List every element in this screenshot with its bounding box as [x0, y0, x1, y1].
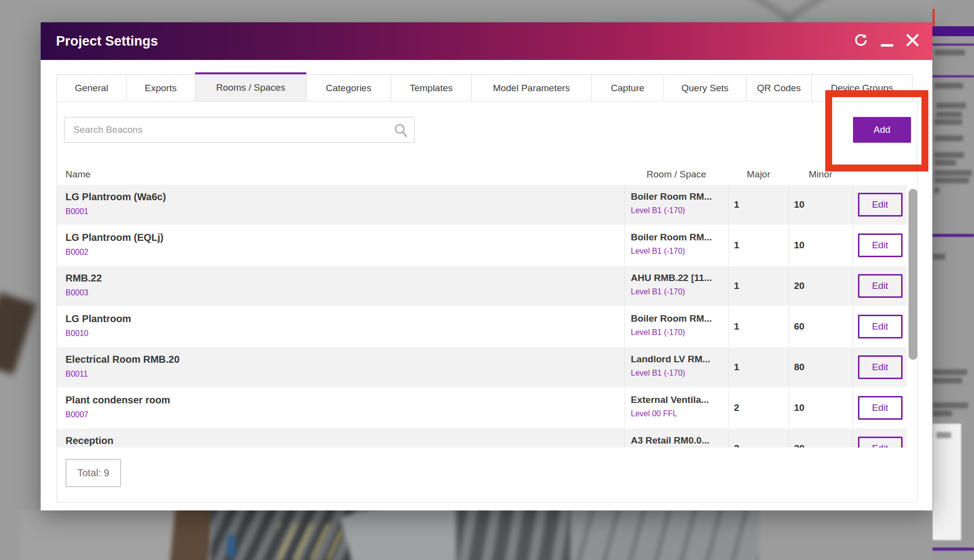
room-space-name: External Ventila... — [631, 394, 729, 405]
edit-button[interactable]: Edit — [858, 193, 903, 217]
room-space-name: Boiler Room RM... — [631, 232, 729, 243]
close-icon — [906, 33, 919, 49]
table-scrollbar — [908, 186, 918, 447]
room-space-name: Landlord LV RM... — [631, 354, 729, 365]
room-level: Level B1 (-170) — [631, 328, 729, 337]
beacon-name: Reception — [65, 435, 624, 447]
beacon-minor: 80 — [789, 347, 852, 387]
tab-exports[interactable]: Exports — [126, 74, 195, 101]
beacon-code: B0002 — [65, 248, 624, 257]
rooms-spaces-panel: Add Name Room / Space Major Minor LG Pla… — [57, 101, 917, 503]
background-blur-shape — [0, 292, 36, 375]
refresh-button[interactable] — [853, 34, 868, 49]
room-level: Level B1 (-170) — [631, 247, 729, 256]
edit-button[interactable]: Edit — [858, 233, 903, 257]
minimize-icon — [881, 44, 893, 47]
beacon-code: B0010 — [65, 329, 624, 338]
project-settings-modal: Project Settings — [41, 22, 932, 510]
beacon-name: LG Plantroom — [65, 313, 624, 325]
tab-categories[interactable]: Categories — [306, 74, 391, 101]
tab-rooms-spaces[interactable]: Rooms / Spaces — [195, 72, 306, 101]
modal-header-actions — [853, 34, 920, 49]
beacon-minor: 10 — [789, 185, 852, 224]
tab-model-parameters[interactable]: Model Parameters — [471, 74, 592, 101]
tab-qr-codes[interactable]: QR Codes — [746, 74, 812, 101]
modal-header: Project Settings — [41, 22, 932, 60]
edit-button[interactable]: Edit — [858, 315, 903, 338]
scrollbar-thumb[interactable] — [909, 189, 917, 360]
room-level: Level B1 (-170) — [631, 369, 729, 378]
tab-capture[interactable]: Capture — [591, 74, 664, 101]
room-level: Level 00 FFL — [631, 409, 729, 418]
table-row: LG Plantroom B0010 Boiler Room RM... Lev… — [57, 307, 907, 347]
beacon-major: 1 — [729, 266, 789, 306]
beacon-minor: 60 — [789, 307, 852, 346]
room-space-name: A3 Retail RM0.0... — [631, 435, 729, 446]
edit-button[interactable]: Edit — [858, 274, 903, 298]
table-footer: Total: 9 — [57, 448, 917, 502]
beacon-major: 1 — [729, 307, 789, 346]
beacon-code: B0007 — [65, 410, 624, 419]
search-icon — [393, 123, 408, 138]
beacon-name: LG Plantroom (EQLj) — [65, 232, 624, 243]
table-header: Name Room / Space Major Minor — [57, 164, 907, 185]
beacon-minor: 20 — [789, 266, 852, 306]
minimize-button[interactable] — [879, 34, 894, 49]
total-badge: Total: 9 — [65, 459, 121, 487]
table-row: Electrical Room RMB.20 B0011 Landlord LV… — [57, 347, 907, 388]
beacon-code: B0001 — [65, 207, 624, 216]
tab-query-sets[interactable]: Query Sets — [664, 74, 746, 101]
beacon-search — [64, 117, 415, 143]
close-button[interactable] — [905, 34, 920, 49]
beacon-table-body: LG Plantroom (Wa6c) B0001 Boiler Room RM… — [57, 185, 907, 448]
column-header-room: Room / Space — [624, 169, 729, 180]
room-space-name: AHU RMB.22 [11... — [631, 273, 729, 283]
column-header-major: Major — [729, 169, 789, 180]
beacon-major: 2 — [729, 429, 789, 448]
beacon-major: 1 — [729, 347, 789, 387]
table-row: Plant condenser room B0007 External Vent… — [57, 388, 907, 429]
beacon-minor: 20 — [789, 429, 852, 448]
search-input[interactable] — [64, 117, 414, 142]
modal-title: Project Settings — [56, 34, 158, 49]
edit-button[interactable]: Edit — [858, 437, 903, 448]
annotation-highlight-box — [825, 90, 928, 171]
beacon-major: 2 — [729, 388, 789, 428]
edit-button[interactable]: Edit — [858, 355, 903, 379]
room-level: Level B1 (-170) — [631, 206, 729, 215]
room-space-name: Boiler Room RM... — [631, 313, 729, 324]
room-space-name: Boiler Room RM... — [631, 191, 729, 202]
beacon-name: Plant condenser room — [65, 394, 624, 406]
beacon-name: LG Plantroom (Wa6c) — [65, 191, 624, 203]
screen: Project Settings — [0, 0, 974, 560]
tab-templates[interactable]: Templates — [391, 74, 472, 101]
beacon-name: Electrical Room RMB.20 — [65, 354, 624, 365]
column-header-name: Name — [57, 169, 624, 180]
refresh-icon — [853, 33, 868, 50]
table-row: Reception A3 Retail RM0.0... 2 20 Edit — [57, 429, 907, 448]
table-row: LG Plantroom (EQLj) B0002 Boiler Room RM… — [57, 225, 907, 266]
beacon-minor: 10 — [789, 388, 852, 428]
edit-button[interactable]: Edit — [858, 396, 903, 420]
beacon-major: 1 — [729, 185, 789, 224]
background-model-view — [0, 509, 974, 560]
beacon-name: RMB.22 — [65, 273, 624, 284]
beacon-minor: 10 — [789, 225, 852, 265]
beacon-major: 1 — [729, 225, 789, 265]
background-side-panel — [932, 0, 974, 560]
beacon-code: B0011 — [65, 370, 624, 379]
settings-tabbar: GeneralExportsRooms / SpacesCategoriesTe… — [57, 74, 912, 101]
tab-general[interactable]: General — [57, 74, 126, 101]
table-row: LG Plantroom (Wa6c) B0001 Boiler Room RM… — [57, 185, 907, 225]
table-row: RMB.22 B0003 AHU RMB.22 [11... Level B1 … — [57, 266, 907, 307]
beacon-code: B0003 — [65, 288, 624, 297]
room-level: Level B1 (-170) — [631, 287, 729, 296]
